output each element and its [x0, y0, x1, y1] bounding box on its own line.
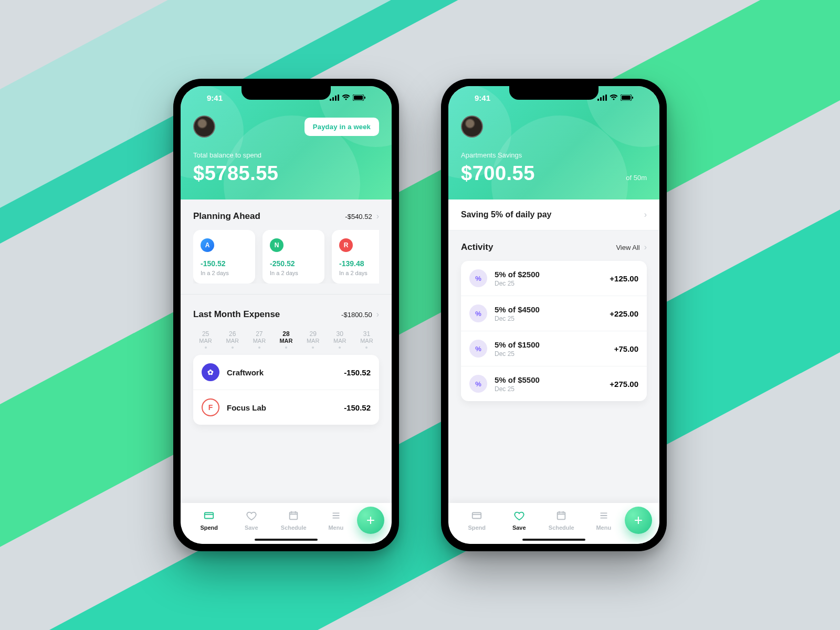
- balance-label: Total balance to spend: [193, 151, 379, 159]
- svg-rect-3: [338, 94, 339, 101]
- avatar[interactable]: [461, 116, 483, 138]
- plan-card-icon: N: [270, 238, 284, 252]
- plan-card-icon: A: [201, 238, 214, 252]
- date-cell[interactable]: 28MAR: [274, 330, 298, 349]
- status-time: 9:41: [475, 93, 490, 102]
- chevron-right-icon: ›: [376, 212, 379, 221]
- chevron-right-icon: ›: [644, 210, 647, 219]
- tab-schedule[interactable]: Schedule: [540, 510, 583, 531]
- plan-card-sub: In a 2 days: [270, 270, 317, 276]
- activity-amount: +125.00: [610, 274, 638, 283]
- tab-save[interactable]: Save: [230, 510, 273, 531]
- plus-icon: +: [634, 512, 643, 529]
- transaction-amount: -150.52: [344, 368, 371, 377]
- plan-card-amount: -250.52: [270, 259, 317, 268]
- tab-schedule[interactable]: Schedule: [272, 510, 315, 531]
- payday-pill[interactable]: Payday in a week: [304, 118, 379, 136]
- tab-menu[interactable]: Menu: [315, 510, 358, 531]
- svg-rect-23: [472, 513, 481, 519]
- schedule-icon: [288, 510, 299, 522]
- status-time: 9:41: [207, 93, 223, 102]
- transaction-amount: -150.52: [344, 403, 371, 412]
- svg-rect-16: [597, 99, 599, 101]
- svg-rect-19: [605, 94, 607, 101]
- tab-label: Schedule: [281, 524, 307, 531]
- date-cell[interactable]: 27MAR: [247, 330, 271, 349]
- battery-icon: [621, 94, 633, 101]
- tab-label: Save: [512, 524, 526, 531]
- merchant-icon: F: [202, 398, 219, 416]
- tab-label: Spend: [468, 524, 486, 531]
- planning-title: Planning Ahead: [193, 211, 260, 222]
- planning-card[interactable]: A -150.52 In a 2 days: [193, 230, 255, 284]
- planning-section: Planning Ahead -$540.52 › A -150.52 In a…: [181, 200, 392, 291]
- date-cell[interactable]: 30MAR: [328, 330, 352, 349]
- plan-card-sub: In a 2 days: [201, 270, 248, 276]
- tab-menu[interactable]: Menu: [583, 510, 625, 531]
- transaction-name: Craftwork: [227, 368, 337, 377]
- chevron-right-icon: ›: [644, 243, 647, 252]
- saving-rule-row[interactable]: Saving 5% of daily pay ›: [448, 200, 659, 230]
- tab-label: Menu: [596, 524, 611, 531]
- tab-label: Schedule: [549, 524, 574, 531]
- tab-spend[interactable]: Spend: [456, 510, 498, 531]
- activity-row[interactable]: % 5% of $5500 Dec 25 +275.00: [461, 366, 647, 401]
- svg-rect-6: [364, 97, 365, 99]
- activity-row[interactable]: % 5% of $1500 Dec 25 +75.00: [461, 331, 647, 366]
- activity-title: Activity: [461, 242, 493, 253]
- signal-icon: [597, 94, 607, 101]
- savings-label: Apartments Savings: [461, 151, 647, 159]
- avatar[interactable]: [193, 116, 215, 138]
- tab-save[interactable]: Save: [498, 510, 541, 531]
- svg-rect-25: [558, 512, 565, 520]
- activity-date: Dec 25: [495, 350, 607, 358]
- svg-rect-5: [354, 96, 363, 100]
- transaction-name: Focus Lab: [227, 403, 337, 412]
- menu-icon: [598, 510, 610, 522]
- status-icons: [330, 94, 365, 101]
- activity-row[interactable]: % 5% of $2500 Dec 25 +125.00: [461, 261, 647, 296]
- svg-rect-0: [330, 99, 331, 101]
- activity-title-text: 5% of $1500: [495, 340, 607, 349]
- fab-add-button[interactable]: +: [625, 507, 652, 534]
- planning-card[interactable]: R -139.48 In a 2 days: [332, 230, 379, 284]
- activity-date: Dec 25: [495, 280, 602, 287]
- transaction-row[interactable]: ✿ Craftwork -150.52: [193, 355, 379, 390]
- last-month-title: Last Month Expense: [193, 309, 280, 320]
- percent-icon: %: [469, 304, 487, 322]
- spend-icon: [471, 510, 482, 522]
- tab-label: Save: [245, 524, 258, 531]
- plan-card-sub: In a 2 days: [339, 270, 379, 276]
- planning-total-link[interactable]: -$540.52 ›: [345, 212, 379, 221]
- last-month-total-link[interactable]: -$1800.50 ›: [341, 310, 379, 319]
- planning-card[interactable]: N -250.52 In a 2 days: [262, 230, 324, 284]
- view-all-link[interactable]: View All ›: [616, 243, 647, 252]
- plan-card-amount: -150.52: [201, 259, 248, 268]
- tab-label: Spend: [200, 524, 218, 531]
- wifi-icon: [342, 94, 350, 101]
- battery-icon: [353, 94, 365, 101]
- chevron-right-icon: ›: [376, 310, 379, 319]
- spend-icon: [203, 510, 215, 522]
- plus-icon: +: [366, 512, 375, 529]
- activity-amount: +75.00: [614, 344, 638, 353]
- fab-add-button[interactable]: +: [357, 507, 384, 534]
- tab-spend[interactable]: Spend: [188, 510, 230, 531]
- activity-title-text: 5% of $4500: [495, 305, 602, 314]
- activity-section: Activity View All › % 5% of $2500 Dec 25…: [448, 230, 659, 408]
- schedule-icon: [555, 510, 567, 522]
- date-cell[interactable]: 26MAR: [220, 330, 245, 349]
- date-cell[interactable]: 29MAR: [301, 330, 326, 349]
- save-icon: [513, 510, 525, 522]
- transaction-row[interactable]: F Focus Lab -150.52: [193, 390, 379, 425]
- plan-card-amount: -139.48: [339, 259, 379, 268]
- activity-row[interactable]: % 5% of $4500 Dec 25 +225.00: [461, 296, 647, 331]
- activity-amount: +225.00: [610, 309, 638, 318]
- svg-rect-9: [290, 512, 298, 520]
- svg-rect-2: [335, 96, 337, 101]
- tab-label: Menu: [328, 524, 343, 531]
- date-cell[interactable]: 31MAR: [354, 330, 379, 349]
- percent-icon: %: [469, 269, 487, 287]
- save-icon: [246, 510, 257, 522]
- date-cell[interactable]: 25MAR: [193, 330, 218, 349]
